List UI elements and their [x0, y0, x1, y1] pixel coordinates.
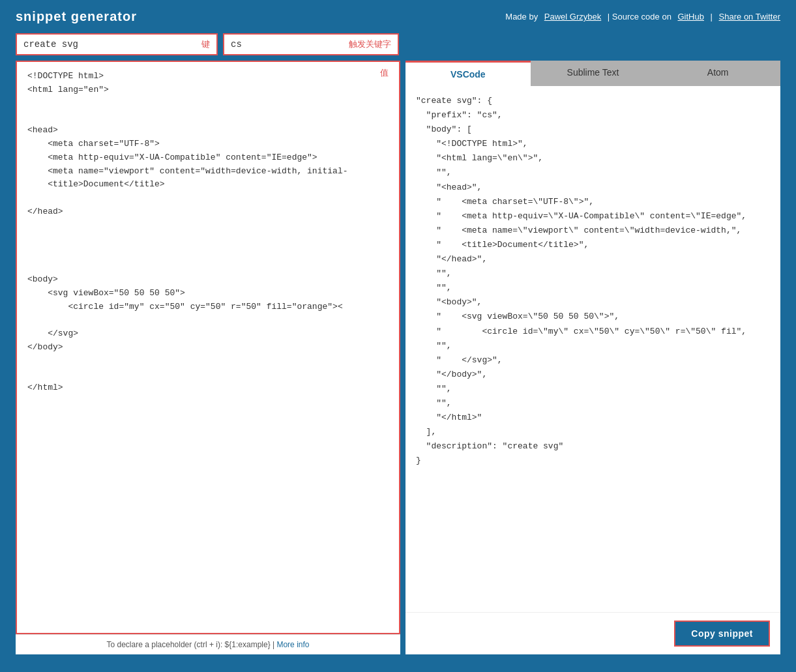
separator2: |: [708, 12, 715, 22]
github-link[interactable]: GitHub: [678, 12, 704, 22]
copy-area: Copy snippet: [405, 612, 780, 654]
app-title: snippet generator: [16, 9, 137, 24]
status-text: To declare a placeholder (ctrl + i): ${1…: [107, 640, 271, 649]
name-input-group: 键: [16, 33, 218, 55]
more-info-link[interactable]: More info: [276, 640, 309, 649]
snippet-panel: "create svg": { "prefix": "cs", "body": …: [405, 86, 780, 654]
code-editor[interactable]: 值 <!DOCTYPE html> <html lang="en"> <head…: [16, 61, 400, 634]
content-area: 值 <!DOCTYPE html> <html lang="en"> <head…: [16, 61, 780, 654]
main-container: 键 触发关键字 值 <!DOCTYPE html> <html lang="en…: [0, 33, 796, 670]
made-by-text: Made by: [505, 12, 540, 22]
author-link[interactable]: Pawel Grzybek: [544, 12, 601, 22]
header-links: Made by Pawel Grzybek | Source code on G…: [501, 12, 780, 22]
twitter-link[interactable]: Share on Twitter: [719, 12, 780, 22]
copy-snippet-button[interactable]: Copy snippet: [674, 621, 770, 647]
header: snippet generator Made by Pawel Grzybek …: [0, 0, 796, 33]
code-editor-content[interactable]: <!DOCTYPE html> <html lang="en"> <head> …: [17, 62, 399, 633]
tabs-row: VSCode Sublime Text Atom: [405, 61, 780, 86]
trigger-label: 触发关键字: [349, 38, 391, 50]
trigger-input-group: 触发关键字: [223, 33, 399, 55]
tab-vscode[interactable]: VSCode: [405, 61, 531, 86]
right-panel: VSCode Sublime Text Atom "create svg": {…: [405, 61, 780, 654]
inputs-row: 键 触发关键字: [16, 33, 780, 55]
name-label: 键: [201, 38, 210, 50]
tab-sublime[interactable]: Sublime Text: [531, 61, 656, 86]
value-label: 值: [380, 67, 389, 79]
separator1: | Source code on: [605, 12, 673, 22]
snippet-content[interactable]: "create svg": { "prefix": "cs", "body": …: [405, 86, 780, 612]
snippet-name-input[interactable]: [23, 39, 196, 50]
trigger-input[interactable]: [231, 39, 344, 50]
status-bar: To declare a placeholder (ctrl + i): ${1…: [16, 634, 400, 654]
left-panel: 值 <!DOCTYPE html> <html lang="en"> <head…: [16, 61, 400, 654]
tab-atom[interactable]: Atom: [655, 61, 780, 86]
